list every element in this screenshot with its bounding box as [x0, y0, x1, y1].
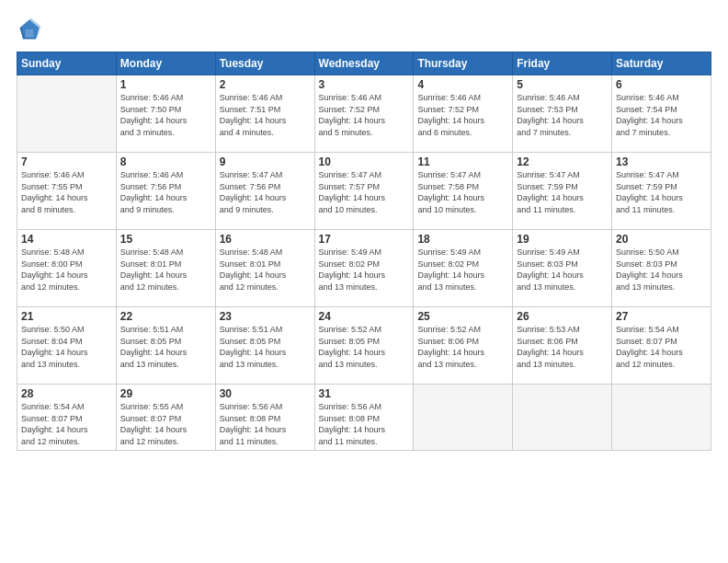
calendar-header-monday: Monday [116, 52, 215, 75]
calendar-week-row: 1Sunrise: 5:46 AM Sunset: 7:50 PM Daylig… [17, 75, 711, 153]
calendar-cell: 24Sunrise: 5:52 AM Sunset: 8:05 PM Dayli… [314, 307, 414, 385]
calendar-cell: 4Sunrise: 5:46 AM Sunset: 7:52 PM Daylig… [414, 75, 513, 153]
calendar-cell: 10Sunrise: 5:47 AM Sunset: 7:57 PM Dayli… [314, 153, 414, 230]
calendar-header-friday: Friday [513, 52, 612, 75]
calendar-header-wednesday: Wednesday [314, 52, 414, 75]
day-number: 14 [21, 233, 112, 246]
calendar-cell: 6Sunrise: 5:46 AM Sunset: 7:54 PM Daylig… [612, 75, 711, 153]
day-number: 15 [120, 233, 211, 246]
day-number: 3 [319, 78, 410, 91]
calendar-cell: 23Sunrise: 5:51 AM Sunset: 8:05 PM Dayli… [215, 307, 314, 385]
day-number: 26 [517, 310, 608, 323]
day-info: Sunrise: 5:46 AM Sunset: 7:54 PM Dayligh… [616, 92, 707, 138]
day-number: 7 [21, 155, 112, 168]
calendar-cell: 31Sunrise: 5:56 AM Sunset: 8:08 PM Dayli… [314, 385, 414, 451]
calendar-cell: 28Sunrise: 5:54 AM Sunset: 8:07 PM Dayli… [17, 385, 117, 451]
day-info: Sunrise: 5:49 AM Sunset: 8:02 PM Dayligh… [319, 247, 410, 293]
calendar-cell: 25Sunrise: 5:52 AM Sunset: 8:06 PM Dayli… [414, 307, 513, 385]
day-info: Sunrise: 5:55 AM Sunset: 8:07 PM Dayligh… [120, 401, 211, 447]
calendar-cell: 7Sunrise: 5:46 AM Sunset: 7:55 PM Daylig… [17, 153, 117, 230]
day-info: Sunrise: 5:56 AM Sunset: 8:08 PM Dayligh… [319, 401, 410, 447]
calendar-cell: 29Sunrise: 5:55 AM Sunset: 8:07 PM Dayli… [116, 385, 215, 451]
day-number: 27 [616, 310, 707, 323]
day-number: 6 [616, 78, 707, 91]
calendar-header-thursday: Thursday [414, 52, 513, 75]
day-info: Sunrise: 5:50 AM Sunset: 8:03 PM Dayligh… [616, 247, 707, 293]
calendar-cell: 5Sunrise: 5:46 AM Sunset: 7:53 PM Daylig… [513, 75, 612, 153]
calendar-week-row: 21Sunrise: 5:50 AM Sunset: 8:04 PM Dayli… [17, 307, 711, 385]
logo [17, 17, 46, 42]
day-info: Sunrise: 5:51 AM Sunset: 8:05 PM Dayligh… [120, 324, 211, 370]
calendar-cell: 22Sunrise: 5:51 AM Sunset: 8:05 PM Dayli… [116, 307, 215, 385]
day-info: Sunrise: 5:49 AM Sunset: 8:03 PM Dayligh… [517, 247, 608, 293]
day-info: Sunrise: 5:54 AM Sunset: 8:07 PM Dayligh… [21, 401, 112, 447]
day-info: Sunrise: 5:56 AM Sunset: 8:08 PM Dayligh… [220, 401, 311, 447]
day-number: 28 [21, 387, 112, 400]
calendar-cell [612, 385, 711, 451]
calendar-cell: 2Sunrise: 5:46 AM Sunset: 7:51 PM Daylig… [215, 75, 314, 153]
day-number: 5 [517, 78, 608, 91]
day-number: 1 [120, 78, 211, 91]
day-info: Sunrise: 5:48 AM Sunset: 8:00 PM Dayligh… [21, 247, 112, 293]
day-number: 23 [220, 310, 311, 323]
calendar-cell: 17Sunrise: 5:49 AM Sunset: 8:02 PM Dayli… [314, 230, 414, 307]
calendar-cell: 8Sunrise: 5:46 AM Sunset: 7:56 PM Daylig… [116, 153, 215, 230]
calendar-cell: 13Sunrise: 5:47 AM Sunset: 7:59 PM Dayli… [612, 153, 711, 230]
day-number: 22 [120, 310, 211, 323]
calendar-cell: 30Sunrise: 5:56 AM Sunset: 8:08 PM Dayli… [215, 385, 314, 451]
day-info: Sunrise: 5:52 AM Sunset: 8:06 PM Dayligh… [417, 324, 508, 370]
calendar-week-row: 28Sunrise: 5:54 AM Sunset: 8:07 PM Dayli… [17, 385, 711, 451]
day-info: Sunrise: 5:50 AM Sunset: 8:04 PM Dayligh… [21, 324, 112, 370]
day-info: Sunrise: 5:51 AM Sunset: 8:05 PM Dayligh… [220, 324, 311, 370]
calendar-header-sunday: Sunday [17, 52, 117, 75]
day-info: Sunrise: 5:47 AM Sunset: 7:56 PM Dayligh… [220, 169, 311, 215]
day-number: 9 [220, 155, 311, 168]
day-number: 2 [220, 78, 311, 91]
day-info: Sunrise: 5:54 AM Sunset: 8:07 PM Dayligh… [616, 324, 707, 370]
day-info: Sunrise: 5:48 AM Sunset: 8:01 PM Dayligh… [120, 247, 211, 293]
calendar-cell: 21Sunrise: 5:50 AM Sunset: 8:04 PM Dayli… [17, 307, 117, 385]
day-info: Sunrise: 5:46 AM Sunset: 7:55 PM Dayligh… [21, 169, 112, 215]
header [17, 17, 711, 42]
calendar-cell: 27Sunrise: 5:54 AM Sunset: 8:07 PM Dayli… [612, 307, 711, 385]
day-info: Sunrise: 5:46 AM Sunset: 7:50 PM Dayligh… [120, 92, 211, 138]
day-info: Sunrise: 5:53 AM Sunset: 8:06 PM Dayligh… [517, 324, 608, 370]
day-info: Sunrise: 5:47 AM Sunset: 7:59 PM Dayligh… [616, 169, 707, 215]
svg-rect-2 [26, 29, 34, 38]
calendar-cell: 16Sunrise: 5:48 AM Sunset: 8:01 PM Dayli… [215, 230, 314, 307]
day-info: Sunrise: 5:46 AM Sunset: 7:52 PM Dayligh… [319, 92, 410, 138]
day-number: 20 [616, 233, 707, 246]
day-number: 8 [120, 155, 211, 168]
day-info: Sunrise: 5:46 AM Sunset: 7:56 PM Dayligh… [120, 169, 211, 215]
calendar-header-saturday: Saturday [612, 52, 711, 75]
calendar-cell [17, 75, 117, 153]
day-info: Sunrise: 5:48 AM Sunset: 8:01 PM Dayligh… [220, 247, 311, 293]
day-number: 13 [616, 155, 707, 168]
day-number: 21 [21, 310, 112, 323]
day-info: Sunrise: 5:46 AM Sunset: 7:51 PM Dayligh… [220, 92, 311, 138]
calendar-cell: 14Sunrise: 5:48 AM Sunset: 8:00 PM Dayli… [17, 230, 117, 307]
logo-icon [17, 17, 42, 42]
day-number: 31 [319, 387, 410, 400]
day-number: 29 [120, 387, 211, 400]
day-info: Sunrise: 5:52 AM Sunset: 8:05 PM Dayligh… [319, 324, 410, 370]
calendar-week-row: 7Sunrise: 5:46 AM Sunset: 7:55 PM Daylig… [17, 153, 711, 230]
calendar-cell: 19Sunrise: 5:49 AM Sunset: 8:03 PM Dayli… [513, 230, 612, 307]
day-info: Sunrise: 5:49 AM Sunset: 8:02 PM Dayligh… [417, 247, 508, 293]
calendar-week-row: 14Sunrise: 5:48 AM Sunset: 8:00 PM Dayli… [17, 230, 711, 307]
calendar-cell: 11Sunrise: 5:47 AM Sunset: 7:58 PM Dayli… [414, 153, 513, 230]
calendar-cell [513, 385, 612, 451]
day-number: 30 [220, 387, 311, 400]
day-number: 4 [417, 78, 508, 91]
day-number: 12 [517, 155, 608, 168]
day-number: 16 [220, 233, 311, 246]
calendar-cell: 20Sunrise: 5:50 AM Sunset: 8:03 PM Dayli… [612, 230, 711, 307]
day-info: Sunrise: 5:47 AM Sunset: 7:57 PM Dayligh… [319, 169, 410, 215]
day-number: 18 [417, 233, 508, 246]
day-number: 25 [417, 310, 508, 323]
day-info: Sunrise: 5:46 AM Sunset: 7:53 PM Dayligh… [517, 92, 608, 138]
day-number: 10 [319, 155, 410, 168]
day-number: 11 [417, 155, 508, 168]
calendar-cell: 26Sunrise: 5:53 AM Sunset: 8:06 PM Dayli… [513, 307, 612, 385]
page: SundayMondayTuesdayWednesdayThursdayFrid… [0, 0, 728, 563]
